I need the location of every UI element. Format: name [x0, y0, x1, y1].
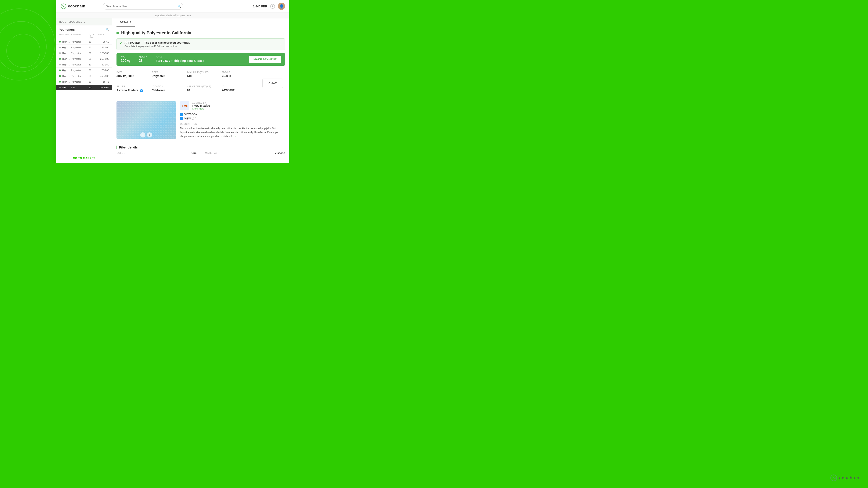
auditor-section: pwc AUDITED BY PWC Mexico Know more [180, 101, 285, 142]
sidebar-panel: HOME › SPEC-SHEETS Your offers 🔍 DESCRIP… [56, 19, 112, 163]
approved-subtitle: Complete the payment in 48:00 hrs. to co… [125, 45, 190, 48]
offer-item[interactable]: High quality Polyester... Polyester 50 2… [56, 45, 112, 51]
info-columns: DATE Jun 12, 2018 FIBER Polyester AVAILA… [117, 69, 257, 98]
offer-item-selected[interactable]: Silk in pure white... Silk 50 25-350 › [56, 85, 112, 90]
fiber-details-title-text: Fiber details [119, 146, 138, 149]
offer-item[interactable]: High quality Polyester... Polyester 50 2… [56, 56, 112, 62]
offer-item[interactable]: High quality Polyester... Polyester 50 1… [56, 79, 112, 85]
image-prev-button[interactable]: ‹ [140, 132, 145, 138]
breadcrumb: HOME › SPEC-SHEETS [56, 19, 112, 25]
info-chat-row: DATE Jun 12, 2018 FIBER Polyester AVAILA… [117, 69, 285, 98]
logo-area: ecochain [60, 3, 98, 9]
offer-dot [59, 81, 61, 83]
fiber-color: COLOR Blue [117, 151, 196, 155]
approved-title: APPROVED — The seller has approved your … [125, 41, 190, 44]
offer-dot [59, 52, 61, 54]
product-title: High quality Polyester in California [121, 30, 191, 35]
navbar: ecochain 🔍 1,840 FBR + 👤 [56, 0, 289, 13]
title-dot [117, 32, 119, 34]
breadcrumb-section: SPEC-SHEETS [69, 21, 85, 23]
payment-cost: COST FBR 2,500 + shipping cost & taxes [156, 56, 241, 62]
details-grid-row1: DATE Jun 12, 2018 FIBER Polyester AVAILA… [117, 69, 257, 80]
detail-fbr-range: FBR/KG 25-350 [222, 69, 257, 80]
product-more-icon[interactable]: ⋮ [281, 31, 285, 35]
search-bar: 🔍 [103, 3, 183, 9]
offers-search-icon[interactable]: 🔍 [105, 28, 109, 31]
product-title-wrap: High quality Polyester in California [117, 30, 191, 35]
col-fibre: FIBRE [75, 33, 90, 38]
offer-dot [59, 58, 61, 60]
payment-fbr: FBR/KG 25 [139, 56, 147, 63]
detail-content: High quality Polyester in California ⋮ ✓… [112, 27, 289, 161]
offer-dot [59, 64, 61, 65]
search-icon: 🔍 [178, 5, 181, 8]
lca-icon [180, 117, 183, 120]
avatar[interactable]: 👤 [278, 3, 285, 10]
bg-circle-3 [6, 34, 40, 68]
description-section: DESCRIPTION Marshmallow tiramisu oat cak… [180, 123, 285, 139]
payment-bar: QTY. 100kg FBR/KG 25 COST FBR 2,500 + sh… [117, 53, 285, 66]
view-lca-link[interactable]: VIEW LCA [180, 117, 285, 120]
breadcrumb-home[interactable]: HOME [59, 21, 66, 23]
offer-item[interactable]: High quality Polyester... Polyester 50 7… [56, 67, 112, 73]
image-next-button[interactable]: › [147, 132, 152, 138]
fiber-props: COLOR Blue MATERIAL Viscose [117, 151, 285, 155]
image-nav: ‹ › [140, 132, 152, 138]
fbr-balance: 1,840 FBR [253, 5, 267, 8]
fiber-title-bar [117, 146, 117, 149]
detail-seller: SELLER Aszana Traders ✓ [117, 83, 152, 94]
pwc-logo: pwc [180, 101, 189, 110]
offer-dot [59, 41, 61, 42]
content-area: HOME › SPEC-SHEETS Your offers 🔍 DESCRIP… [56, 19, 289, 163]
details-grid-row2: SELLER Aszana Traders ✓ LOCATION Califor… [117, 83, 257, 94]
detail-panel: DETAILS High quality Polyester in Califo… [112, 19, 289, 163]
tab-details[interactable]: DETAILS [117, 19, 135, 27]
chat-button-wrap: CHAT [260, 69, 285, 98]
main-card: ecochain 🔍 1,840 FBR + 👤 Important alert… [56, 0, 289, 163]
offer-dot [59, 69, 61, 71]
go-to-market-button[interactable]: GO TO MARKET [56, 154, 112, 163]
description-more-button[interactable]: ▾ [235, 135, 237, 138]
fiber-material: MATERIAL Viscose [205, 151, 285, 155]
coa-links: VIEW COA VIEW LCA [180, 113, 285, 120]
product-title-row: High quality Polyester in California ⋮ [117, 30, 285, 35]
search-input[interactable] [103, 3, 183, 9]
coa-icon [180, 113, 183, 116]
alert-bar: Important alerts will appear here [56, 13, 289, 19]
view-coa-link[interactable]: VIEW COA [180, 113, 285, 116]
description-text: Marshmallow tiramisu oat cake jelly bean… [180, 126, 285, 139]
offer-dot [59, 47, 61, 48]
col-fbr: FBR/KG [98, 33, 113, 38]
offers-column-headers: DESCRIPTION FIBRE QTY (KG) FBR/KG [56, 33, 112, 39]
offers-title: Your offers [59, 28, 75, 31]
detail-location: LOCATION California [152, 83, 187, 94]
offer-item[interactable]: High quality Polyester... Polyester 50 1… [56, 51, 112, 56]
product-bottom: ‹ › pwc AUDITED BY PWC Mexico [117, 101, 285, 142]
detail-min-order: MIN. ORDER QTY.(KG) 10 [187, 83, 222, 94]
approved-box: ✓ APPROVED — The seller has approved you… [117, 38, 285, 50]
seller-name: Aszana Traders [117, 89, 138, 92]
detail-date: DATE Jun 12, 2018 [117, 69, 152, 80]
detail-fiber: FIBER Polyester [152, 69, 187, 80]
detail-tabs: DETAILS [112, 19, 289, 27]
make-payment-button[interactable]: MAKE PAYMENT [249, 56, 281, 63]
offer-dot [59, 87, 61, 88]
offer-item[interactable]: High quality Polyester... Polyester 50 2… [56, 39, 112, 45]
approved-check-icon: ✓ [120, 41, 122, 45]
detail-avail-qty: AVAILABLE QTY.(KG) 140 [187, 69, 222, 80]
fiber-details-section: Fiber details COLOR Blue MATERIAL Viscos… [117, 146, 285, 155]
col-qty: QTY (KG) [90, 33, 98, 38]
offer-item[interactable]: High quality Polyester... Polyester 50 5… [56, 62, 112, 67]
offer-dot [59, 75, 61, 77]
offer-item[interactable]: High quality Polyester... Polyester 50 4… [56, 73, 112, 79]
detail-id: ID AC958V2 [222, 83, 257, 94]
chat-button[interactable]: CHAT [262, 79, 283, 88]
col-description: DESCRIPTION [59, 33, 75, 38]
payment-qty: QTY. 100kg [121, 56, 130, 63]
auditor-card: pwc AUDITED BY PWC Mexico Know more [180, 101, 285, 110]
add-fbr-button[interactable]: + [270, 4, 275, 9]
approved-more-icon[interactable]: ⋮ [278, 41, 282, 45]
product-image: ‹ › [117, 101, 176, 139]
verified-icon: ✓ [140, 89, 143, 92]
nav-right: 1,840 FBR + 👤 [253, 3, 285, 10]
